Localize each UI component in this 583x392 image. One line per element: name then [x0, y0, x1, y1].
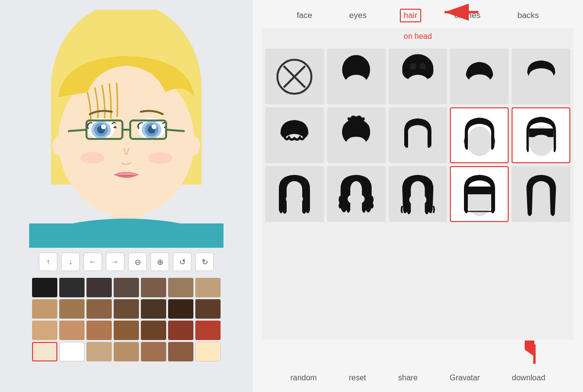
tab-hair[interactable]: hair	[400, 9, 421, 22]
svg-point-23	[80, 152, 104, 164]
hair-style-13[interactable]	[450, 166, 509, 222]
top-nav: face eyes hair clothes backs	[262, 5, 573, 28]
left-panel: ↑ ↓ ← → ⊖ ⊕ ↺ ↻	[0, 0, 253, 392]
download-button[interactable]: download	[508, 372, 549, 384]
svg-rect-6	[29, 223, 223, 248]
bottom-nav: random reset share Gravatar download	[262, 365, 573, 387]
color-swatch[interactable]	[114, 342, 139, 361]
rotate-right-button[interactable]: ↻	[195, 253, 214, 271]
arrow-indicator	[440, 2, 479, 22]
hair-style-3[interactable]	[450, 49, 509, 104]
svg-point-67	[471, 194, 488, 205]
color-swatch[interactable]	[32, 321, 57, 340]
color-swatch[interactable]	[32, 342, 57, 361]
color-swatch[interactable]	[195, 321, 221, 340]
svg-point-60	[286, 193, 303, 204]
color-swatch[interactable]	[59, 321, 85, 340]
reset-button[interactable]: reset	[345, 372, 370, 384]
color-swatch[interactable]	[59, 342, 85, 361]
hair-style-2[interactable]	[389, 49, 447, 104]
color-swatch[interactable]	[168, 342, 193, 361]
color-swatch[interactable]	[141, 299, 166, 319]
hair-style-1[interactable]	[327, 49, 386, 104]
color-swatch[interactable]	[86, 321, 112, 340]
hair-style-12[interactable]	[389, 166, 447, 222]
hair-grid	[265, 49, 570, 222]
color-swatch[interactable]	[86, 278, 112, 297]
svg-point-43	[407, 75, 429, 90]
color-swatch[interactable]	[59, 299, 85, 319]
avatar-container	[15, 10, 238, 248]
svg-point-17	[152, 124, 156, 129]
color-swatch[interactable]	[195, 299, 221, 319]
svg-point-47	[530, 74, 552, 88]
hair-style-8[interactable]	[450, 107, 509, 163]
svg-point-70	[532, 193, 549, 206]
tab-face[interactable]: face	[293, 9, 316, 22]
tab-eyes[interactable]: eyes	[345, 9, 371, 22]
share-button[interactable]: share	[394, 372, 422, 384]
svg-point-64	[409, 193, 426, 206]
hair-style-7[interactable]	[389, 107, 447, 163]
hair-style-11[interactable]	[327, 166, 386, 222]
move-right-button[interactable]: →	[106, 253, 124, 271]
svg-point-45	[468, 74, 490, 88]
color-swatch[interactable]	[114, 278, 139, 297]
color-swatch[interactable]	[168, 278, 193, 297]
hair-style-9[interactable]	[512, 107, 570, 163]
svg-point-55	[470, 134, 489, 146]
right-panel: face eyes hair clothes backs on head	[253, 0, 583, 392]
color-palette	[32, 278, 221, 361]
tab-backs[interactable]: backs	[514, 9, 543, 22]
arrow-up-indicator	[525, 341, 544, 365]
hair-style-none[interactable]	[265, 49, 324, 104]
color-swatch[interactable]	[141, 278, 166, 297]
color-swatch[interactable]	[141, 321, 166, 340]
hair-style-5[interactable]	[265, 107, 324, 163]
toolbar: ↑ ↓ ← → ⊖ ⊕ ↺ ↻	[39, 253, 214, 271]
gravatar-button[interactable]: Gravatar	[446, 372, 484, 384]
svg-point-34	[345, 75, 367, 90]
color-swatch[interactable]	[168, 299, 193, 319]
color-swatch[interactable]	[86, 342, 112, 361]
color-swatch[interactable]	[32, 299, 57, 319]
svg-point-12	[101, 124, 106, 129]
move-left-button[interactable]: ←	[84, 253, 102, 271]
hair-style-6[interactable]	[327, 107, 386, 163]
hair-style-10[interactable]	[265, 166, 324, 222]
color-swatch[interactable]	[86, 299, 112, 319]
svg-point-51	[346, 136, 366, 148]
svg-point-25	[52, 136, 66, 155]
svg-rect-66	[467, 187, 492, 194]
hair-style-14[interactable]	[512, 166, 570, 222]
svg-point-24	[148, 152, 172, 164]
zoom-out-button[interactable]: ⊖	[128, 253, 147, 271]
svg-point-53	[409, 134, 427, 146]
section-label: on head	[262, 28, 573, 46]
color-swatch[interactable]	[114, 321, 139, 340]
hair-grid-container	[262, 46, 573, 340]
svg-point-58	[532, 135, 549, 145]
color-swatch[interactable]	[32, 278, 57, 297]
color-swatch[interactable]	[195, 342, 221, 361]
color-swatch[interactable]	[195, 278, 221, 297]
color-swatch[interactable]	[141, 342, 166, 361]
zoom-in-button[interactable]: ⊕	[151, 253, 169, 271]
move-up-button[interactable]: ↑	[39, 253, 57, 271]
hair-style-4[interactable]	[512, 49, 570, 104]
avatar-image	[15, 10, 238, 248]
svg-point-62	[348, 193, 365, 204]
random-button[interactable]: random	[287, 372, 321, 384]
color-swatch[interactable]	[59, 278, 85, 297]
move-down-button[interactable]: ↓	[61, 253, 80, 271]
color-swatch[interactable]	[168, 321, 193, 340]
color-swatch[interactable]	[114, 299, 139, 319]
svg-point-26	[187, 136, 200, 155]
rotate-left-button[interactable]: ↺	[173, 253, 191, 271]
